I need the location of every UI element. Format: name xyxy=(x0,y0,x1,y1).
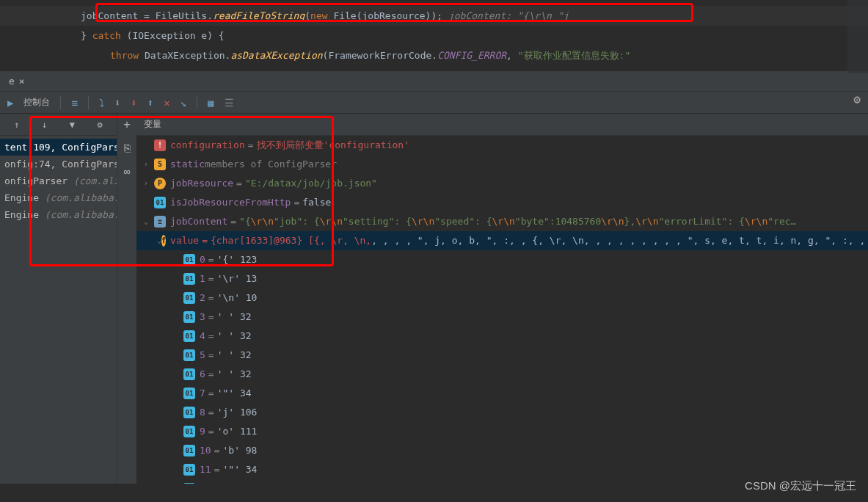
drop-frame-icon[interactable]: ✕ xyxy=(164,97,169,109)
trace-icon[interactable]: ☰ xyxy=(225,97,234,109)
var-char-item[interactable]: 015=' ' 32 xyxy=(136,346,868,365)
primitive-badge-icon: 01 xyxy=(183,330,195,342)
close-icon[interactable]: × xyxy=(19,76,25,87)
separator xyxy=(60,96,61,109)
console-toggle-icon[interactable]: ▶ xyxy=(7,97,13,109)
var-char-item[interactable]: 014=' ' 32 xyxy=(136,327,868,346)
run-cursor-icon[interactable]: ↘ xyxy=(180,97,186,109)
var-char-item[interactable]: 0110='b' 98 xyxy=(136,441,868,460)
gear-icon[interactable]: ⚙ xyxy=(853,92,861,106)
primitive-badge-icon: 01 xyxy=(183,445,195,456)
watermark: CSDN @宏远十一冠王 xyxy=(745,479,856,493)
variables-panel: 变量 ! configuration=找不到局部变量'configuration… xyxy=(136,114,868,484)
var-char-item[interactable]: 013=' ' 32 xyxy=(136,308,868,327)
code-line-2[interactable]: } catch (IOException e) { xyxy=(0,26,868,46)
step-out-icon[interactable]: ⬆ xyxy=(147,97,153,109)
force-step-icon[interactable]: ⬇ xyxy=(131,97,136,109)
primitive-badge-icon: 01 xyxy=(183,273,195,285)
primitive-badge-icon: 01 xyxy=(183,407,195,418)
var-char-item[interactable]: 016=' ' 32 xyxy=(136,365,868,384)
editor-code-area: jobContent = FileUtils.readFileToString(… xyxy=(0,0,868,71)
highlight-box-1 xyxy=(95,3,693,22)
debug-tab-bar: e × ⚙ xyxy=(0,71,868,92)
var-char-item[interactable]: 018='j' 106 xyxy=(136,403,868,422)
highlight-box-2 xyxy=(136,116,334,266)
threads-icon[interactable]: ≡ xyxy=(71,97,77,109)
primitive-badge-icon: 01 xyxy=(183,464,195,476)
step-over-icon[interactable]: ⤵ xyxy=(99,97,104,109)
step-into-icon[interactable]: ⬇ xyxy=(114,97,120,109)
primitive-badge-icon: 01 xyxy=(183,426,195,437)
separator xyxy=(197,96,197,109)
prev-frame-icon[interactable]: ↑ xyxy=(14,120,19,130)
primitive-badge-icon: 01 xyxy=(183,292,195,304)
var-char-item[interactable]: 019='o' 111 xyxy=(136,422,868,441)
primitive-badge-icon: 01 xyxy=(183,388,195,399)
debug-toolbar: ▶ 控制台 ≡ ⤵ ⬇ ⬇ ⬆ ✕ ↘ ▦ ☰ xyxy=(0,92,868,114)
primitive-badge-icon: 01 xyxy=(183,311,195,323)
debug-panel: ↑ ↓ ▼ ⚙ tent:109, ConfigParse onfig:74, … xyxy=(0,114,868,484)
console-label: 控制台 xyxy=(23,96,50,109)
primitive-badge-icon: 01 xyxy=(183,368,195,380)
primitive-badge-icon: 01 xyxy=(183,349,195,361)
minimap[interactable] xyxy=(847,0,868,73)
var-char-item[interactable]: 011='\r' 13 xyxy=(136,269,868,288)
tab-label: e xyxy=(9,76,15,87)
separator xyxy=(88,96,89,109)
var-char-item[interactable]: 017='"' 34 xyxy=(136,384,868,403)
evaluate-icon[interactable]: ▦ xyxy=(208,97,214,109)
var-char-item[interactable]: 0111='"' 34 xyxy=(136,460,868,479)
primitive-badge-icon: 01 xyxy=(183,483,195,484)
code-line-3[interactable]: throw DataXException.asDataXException(Fr… xyxy=(0,46,868,65)
debug-tab[interactable]: e × xyxy=(0,73,34,90)
var-char-item[interactable]: 012='\n' 10 xyxy=(136,288,868,308)
